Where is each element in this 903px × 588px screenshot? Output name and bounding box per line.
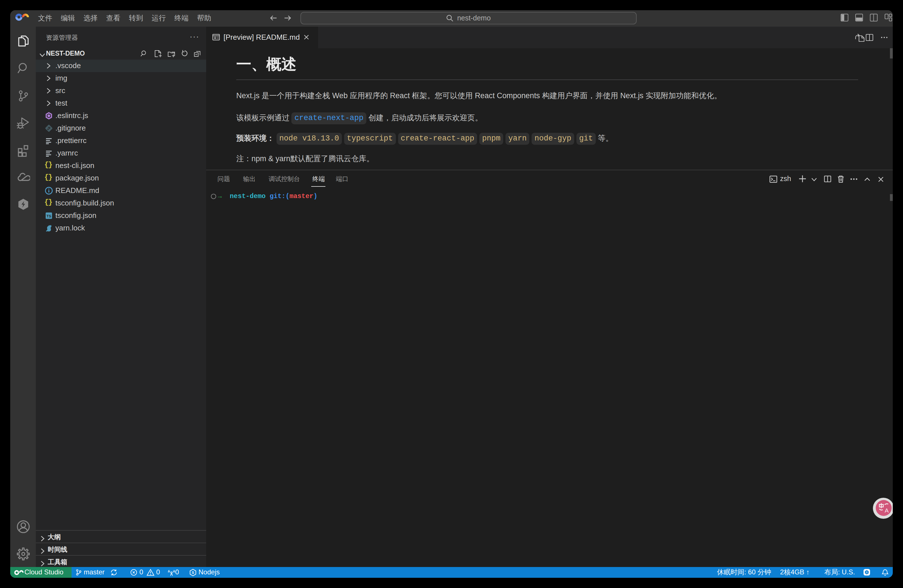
svg-text:A: A [885,507,889,514]
svg-text:TS: TS [47,214,51,218]
svg-text:S: S [192,571,194,575]
